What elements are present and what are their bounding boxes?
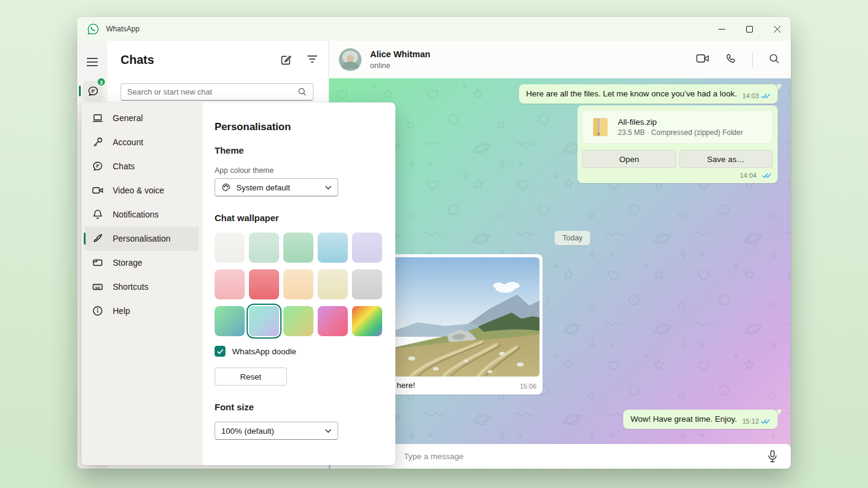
read-ticks-icon xyxy=(761,93,770,99)
read-ticks-icon xyxy=(761,418,770,424)
wallpaper-swatch[interactable] xyxy=(318,269,348,299)
message-input-bar xyxy=(330,444,791,469)
settings-menu-item-help[interactable]: Help xyxy=(85,299,199,323)
help-icon xyxy=(92,305,104,317)
settings-menu-label: Storage xyxy=(113,258,142,267)
checkbox-checked-icon[interactable] xyxy=(215,346,225,357)
settings-menu-item-notifications[interactable]: Notifications xyxy=(85,202,199,227)
reset-button[interactable]: Reset xyxy=(215,368,287,386)
shortcuts-icon xyxy=(92,281,104,293)
message-time: 15:06 xyxy=(520,383,536,390)
video-call-icon xyxy=(696,53,709,64)
search-input[interactable]: Search or start new chat xyxy=(121,83,313,101)
theme-dropdown[interactable]: System default xyxy=(215,178,338,196)
open-file-button[interactable]: Open xyxy=(582,150,676,168)
wallpaper-swatch[interactable] xyxy=(352,233,382,263)
settings-menu-item-personalisation[interactable]: Personalisation xyxy=(85,227,199,251)
minimize-icon xyxy=(719,26,725,33)
header-divider xyxy=(752,52,753,67)
settings-menu: GeneralAccountChatsVideo & voiceNotifica… xyxy=(81,102,203,465)
hamburger-icon xyxy=(87,58,98,66)
app-title: WhatsApp xyxy=(106,25,139,33)
contact-avatar[interactable] xyxy=(339,48,362,71)
message-file-outgoing[interactable]: All-files.zip 23.5 MB · Compressed (zipp… xyxy=(577,105,778,183)
wallpaper-swatch[interactable] xyxy=(318,306,348,336)
wallpaper-swatch[interactable] xyxy=(249,269,279,299)
wallpaper-swatch[interactable] xyxy=(215,233,245,263)
read-ticks-icon xyxy=(762,172,772,178)
settings-menu-item-general[interactable]: General xyxy=(85,106,199,130)
font-size-value: 100% (default) xyxy=(221,427,319,436)
wallpaper-swatch-grid xyxy=(215,233,383,336)
settings-menu-item-shortcuts[interactable]: Shortcuts xyxy=(85,275,199,299)
date-divider: Today xyxy=(555,231,590,245)
microphone-icon[interactable] xyxy=(767,450,778,463)
unread-badge: 3 xyxy=(96,77,106,87)
wallpaper-swatch[interactable] xyxy=(352,269,382,299)
contact-name[interactable]: Alice Whitman xyxy=(370,49,430,59)
file-attachment[interactable]: All-files.zip 23.5 MB · Compressed (zipp… xyxy=(582,110,773,144)
close-button[interactable] xyxy=(763,17,791,41)
settings-menu-item-video-voice[interactable]: Video & voice xyxy=(85,178,199,202)
panel-title: Personalisation xyxy=(215,120,383,134)
save-as-button[interactable]: Save as… xyxy=(679,150,773,168)
settings-menu-label: Personalisation xyxy=(113,234,171,243)
video-call-button[interactable] xyxy=(696,53,709,66)
photo-caption: here! xyxy=(397,381,415,390)
notifications-icon xyxy=(92,208,104,221)
font-size-dropdown[interactable]: 100% (default) xyxy=(215,422,338,440)
settings-menu-item-chats[interactable]: Chats xyxy=(85,154,199,178)
wallpaper-swatch[interactable] xyxy=(283,269,313,299)
message-time: 14:03 xyxy=(742,92,759,99)
filter-chats-button[interactable] xyxy=(307,54,318,69)
new-chat-icon xyxy=(280,54,292,66)
photo-mountain-landscape xyxy=(394,257,539,377)
settings-flyout: GeneralAccountChatsVideo & voiceNotifica… xyxy=(81,102,395,465)
wallpaper-swatch[interactable] xyxy=(318,233,348,263)
search-in-chat-button[interactable] xyxy=(769,53,780,67)
voice-call-button[interactable] xyxy=(725,53,737,67)
message-photo-incoming[interactable]: here! 15:06 xyxy=(391,254,542,395)
wallpaper-swatch[interactable] xyxy=(215,269,245,299)
chat-wallpaper: Here are all the files. Let me know once… xyxy=(329,78,791,469)
settings-menu-item-account[interactable]: Account xyxy=(85,130,199,154)
wallpaper-swatch-selected[interactable] xyxy=(249,306,279,336)
chat-list-title: Chats xyxy=(121,53,154,67)
wallpaper-heading: Chat wallpaper xyxy=(215,212,383,224)
zip-file-icon xyxy=(590,117,611,137)
maximize-icon xyxy=(746,26,753,33)
search-icon xyxy=(769,53,780,64)
theme-dropdown-value: System default xyxy=(236,183,319,192)
filter-icon xyxy=(307,54,318,64)
maximize-button[interactable] xyxy=(735,17,763,41)
message-outgoing[interactable]: Here are all the files. Let me know once… xyxy=(519,84,778,104)
personalisation-icon xyxy=(92,233,104,245)
general-icon xyxy=(92,112,104,124)
menu-button[interactable] xyxy=(82,52,102,72)
minimize-button[interactable] xyxy=(708,17,735,41)
new-chat-button[interactable] xyxy=(280,54,292,69)
message-time: 15:12 xyxy=(742,418,759,425)
wallpaper-swatch[interactable] xyxy=(352,306,382,336)
wallpaper-swatch[interactable] xyxy=(283,306,313,336)
message-time: 14:04 xyxy=(740,172,756,179)
settings-menu-label: General xyxy=(113,113,143,123)
rail-chats-button[interactable]: 3 xyxy=(83,81,103,101)
rail-active-indicator xyxy=(79,86,81,96)
settings-menu-item-storage[interactable]: Storage xyxy=(85,251,199,275)
settings-menu-label: Chats xyxy=(113,161,135,171)
chat-bubble-icon xyxy=(87,85,99,98)
doodle-checkbox-label: WhatsApp doodle xyxy=(232,347,297,356)
wallpaper-swatch[interactable] xyxy=(215,306,245,336)
wallpaper-swatch[interactable] xyxy=(249,233,279,263)
whatsapp-logo-icon xyxy=(87,23,99,36)
font-size-heading: Font size xyxy=(215,401,383,413)
chevron-down-icon xyxy=(325,186,332,190)
settings-menu-label: Help xyxy=(113,306,130,316)
settings-menu-label: Video & voice xyxy=(113,186,164,195)
doodle-checkbox-row[interactable]: WhatsApp doodle xyxy=(215,346,383,357)
message-input[interactable] xyxy=(330,451,767,461)
wallpaper-swatch[interactable] xyxy=(283,233,313,263)
message-outgoing[interactable]: Wow! Have great time. Enjoy. 15:12 xyxy=(623,410,778,429)
titlebar: WhatsApp xyxy=(77,17,791,41)
